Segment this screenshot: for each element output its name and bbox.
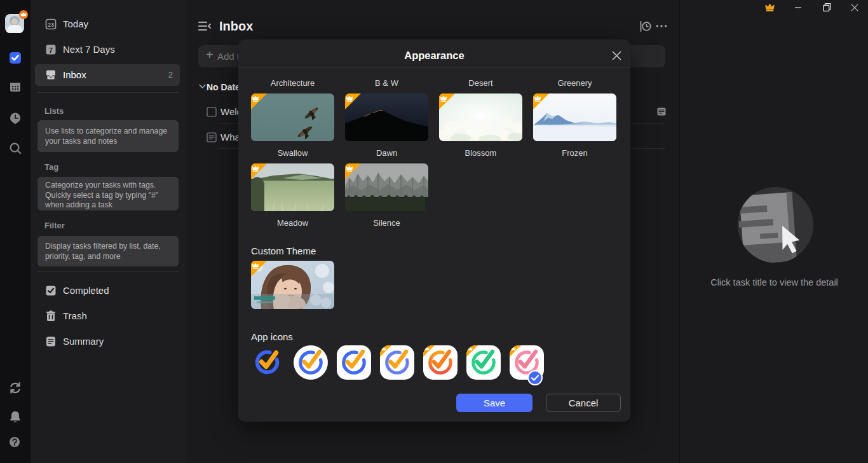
svg-text:7: 7 xyxy=(49,46,53,54)
svg-text:23: 23 xyxy=(48,22,54,28)
